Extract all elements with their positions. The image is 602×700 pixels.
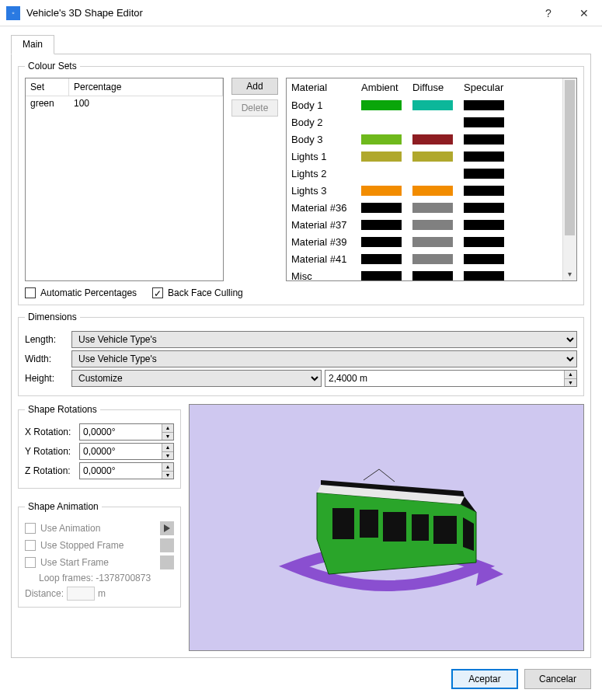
- x-rot-up[interactable]: ▲: [162, 424, 173, 433]
- x-rot-down[interactable]: ▼: [162, 433, 173, 441]
- mat-header-specular[interactable]: Specular: [464, 82, 515, 93]
- y-rotation-input[interactable]: [80, 444, 162, 459]
- svg-rect-6: [360, 510, 378, 538]
- materials-table[interactable]: Material Ambient Diffuse Specular Body 1…: [286, 78, 577, 281]
- delete-colour-set-button[interactable]: Delete: [231, 99, 278, 117]
- colour-set-row[interactable]: green 100: [26, 96, 223, 110]
- material-row[interactable]: Lights 2: [291, 165, 558, 182]
- material-diffuse-swatch[interactable]: [412, 237, 453, 247]
- colour-sets-group: Colour Sets Set Percentage green 100: [18, 61, 584, 305]
- height-spinner[interactable]: ▲ ▼: [325, 370, 577, 387]
- material-row[interactable]: Body 1: [291, 96, 558, 113]
- material-row[interactable]: Material #41: [291, 250, 558, 267]
- material-row[interactable]: Material #39: [291, 233, 558, 250]
- material-row[interactable]: Misc: [291, 267, 558, 280]
- material-diffuse-swatch[interactable]: [412, 100, 453, 110]
- material-specular-swatch[interactable]: [464, 100, 504, 110]
- cancel-button[interactable]: Cancelar: [524, 669, 591, 689]
- material-specular-swatch[interactable]: [464, 169, 504, 179]
- use-animation-checkbox[interactable]: Use Animation: [25, 523, 100, 534]
- y-rotation-spinner[interactable]: ▲▼: [79, 443, 174, 460]
- material-ambient-swatch[interactable]: [361, 254, 402, 264]
- preview-viewport[interactable]: [189, 404, 584, 651]
- material-ambient-swatch[interactable]: [361, 237, 402, 247]
- material-specular-swatch[interactable]: [464, 186, 504, 196]
- x-rotation-input[interactable]: [80, 424, 162, 440]
- mat-header-material[interactable]: Material: [291, 82, 361, 93]
- play-animation-button[interactable]: [160, 521, 174, 535]
- material-row[interactable]: Material #37: [291, 216, 558, 233]
- material-ambient-swatch[interactable]: [361, 271, 402, 281]
- svg-marker-0: [164, 524, 170, 532]
- material-specular-swatch[interactable]: [464, 117, 504, 127]
- material-ambient-swatch[interactable]: [361, 220, 402, 230]
- material-ambient-swatch[interactable]: [361, 151, 402, 162]
- height-spin-down[interactable]: ▼: [565, 379, 576, 387]
- material-specular-swatch[interactable]: [464, 151, 504, 162]
- y-rot-up[interactable]: ▲: [162, 444, 173, 452]
- material-specular-swatch[interactable]: [464, 134, 504, 145]
- z-rot-up[interactable]: ▲: [162, 463, 173, 472]
- material-name: Body 3: [291, 134, 361, 145]
- material-row[interactable]: Body 3: [291, 131, 558, 148]
- material-ambient-swatch[interactable]: [361, 203, 402, 213]
- x-rotation-label: X Rotation:: [25, 427, 76, 437]
- automatic-percentages-checkbox[interactable]: ✓ Automatic Percentages: [25, 287, 137, 298]
- add-colour-set-button[interactable]: Add: [231, 78, 278, 95]
- scrollbar-thumb[interactable]: [565, 80, 575, 235]
- colset-header-percentage[interactable]: Percentage: [69, 78, 223, 96]
- height-spin-up[interactable]: ▲: [565, 371, 576, 379]
- material-ambient-swatch[interactable]: [361, 100, 402, 110]
- material-row[interactable]: Lights 1: [291, 148, 558, 165]
- height-input[interactable]: [325, 371, 564, 386]
- vehicle-preview-icon: [247, 446, 527, 609]
- ok-button[interactable]: Aceptar: [451, 669, 518, 689]
- use-start-frame-checkbox[interactable]: Use Start Frame: [25, 557, 109, 568]
- width-label: Width:: [25, 353, 68, 364]
- play-icon: [163, 524, 171, 532]
- materials-scrollbar[interactable]: ▾: [562, 78, 576, 280]
- y-rot-down[interactable]: ▼: [162, 452, 173, 460]
- width-select[interactable]: Use Vehicle Type's: [71, 350, 577, 367]
- colour-set-name: green: [26, 96, 69, 110]
- tab-main[interactable]: Main: [11, 35, 54, 54]
- start-frame-indicator: [160, 555, 174, 569]
- material-diffuse-swatch[interactable]: [412, 220, 453, 230]
- use-stopped-frame-checkbox[interactable]: Use Stopped Frame: [25, 540, 124, 551]
- material-specular-swatch[interactable]: [464, 271, 504, 281]
- material-diffuse-swatch[interactable]: [412, 134, 453, 145]
- z-rotation-input[interactable]: [80, 463, 162, 479]
- material-diffuse-swatch[interactable]: [412, 254, 453, 264]
- material-diffuse-swatch[interactable]: [412, 151, 453, 162]
- distance-label: Distance:: [25, 588, 64, 599]
- material-specular-swatch[interactable]: [464, 254, 504, 264]
- length-select[interactable]: Use Vehicle Type's: [71, 331, 577, 348]
- material-specular-swatch[interactable]: [464, 220, 504, 230]
- z-rot-down[interactable]: ▼: [162, 472, 173, 479]
- help-button[interactable]: ?: [531, 0, 566, 26]
- colset-header-set[interactable]: Set: [26, 78, 69, 96]
- colour-set-percentage: 100: [69, 96, 223, 110]
- scrollbar-down-icon[interactable]: ▾: [563, 266, 576, 280]
- x-rotation-spinner[interactable]: ▲▼: [79, 423, 174, 441]
- material-row[interactable]: Body 2: [291, 113, 558, 131]
- loop-frames-info: Loop frames: -1378700873: [39, 573, 174, 583]
- height-mode-select[interactable]: Customize: [71, 370, 322, 387]
- svg-rect-5: [332, 508, 354, 539]
- mat-header-ambient[interactable]: Ambient: [361, 82, 412, 93]
- close-button[interactable]: ✕: [566, 0, 602, 26]
- material-diffuse-swatch[interactable]: [412, 186, 453, 196]
- material-row[interactable]: Lights 3: [291, 182, 558, 199]
- material-ambient-swatch[interactable]: [361, 186, 402, 196]
- material-ambient-swatch[interactable]: [361, 134, 402, 145]
- z-rotation-spinner[interactable]: ▲▼: [79, 462, 174, 479]
- material-diffuse-swatch[interactable]: [412, 203, 453, 213]
- material-name: Body 2: [291, 117, 361, 128]
- material-specular-swatch[interactable]: [464, 203, 504, 213]
- material-diffuse-swatch[interactable]: [412, 271, 453, 281]
- material-row[interactable]: Material #36: [291, 199, 558, 216]
- material-specular-swatch[interactable]: [464, 237, 504, 247]
- mat-header-diffuse[interactable]: Diffuse: [412, 82, 464, 93]
- colour-sets-table[interactable]: Set Percentage green 100: [25, 78, 224, 281]
- back-face-culling-checkbox[interactable]: ✓ Back Face Culling: [152, 287, 243, 298]
